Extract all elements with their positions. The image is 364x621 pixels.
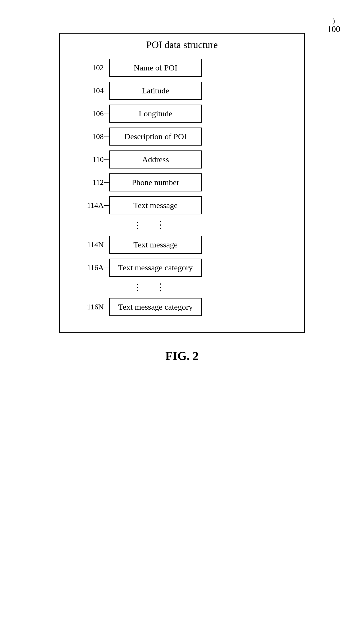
page-container: ) 100 POI data structure 102 Name of POI… <box>18 16 346 363</box>
field-text-message-114a: Text message <box>109 196 202 214</box>
label-108: 108 <box>71 132 104 141</box>
label-116n: 116N <box>71 303 104 311</box>
label-104: 104 <box>71 86 104 95</box>
field-longitude: Longitude <box>109 105 202 123</box>
dots-center-1: ⋮ <box>156 219 166 231</box>
label-102: 102 <box>71 63 104 72</box>
dots-center-2: ⋮ <box>156 282 166 293</box>
field-text-message-category-116a: Text message category <box>109 259 202 277</box>
dots-label-2: ⋮ <box>109 283 142 292</box>
label-110: 110 <box>71 155 104 164</box>
row-text-message-category-116a: 116A Text message category <box>71 259 293 277</box>
label-114n: 114N <box>71 240 104 249</box>
label-114a: 114A <box>71 201 104 210</box>
field-address: Address <box>109 150 202 168</box>
field-name-of-poi: Name of POI <box>109 59 202 77</box>
row-description-of-poi: 108 Description of POI <box>71 128 293 146</box>
dots-label-1: ⋮ <box>109 221 142 229</box>
dots-row-2: ⋮ ⋮ <box>71 282 293 293</box>
row-address: 110 Address <box>71 150 293 168</box>
row-text-message-category-116n: 116N Text message category <box>71 298 293 316</box>
field-text-message-114n: Text message <box>109 236 202 254</box>
dots-row-1: ⋮ ⋮ <box>71 219 293 231</box>
figure-100-label: ) 100 <box>327 16 340 34</box>
label-106: 106 <box>71 109 104 118</box>
outer-box-title: POI data structure <box>71 39 293 51</box>
field-description-of-poi: Description of POI <box>109 128 202 146</box>
figure-caption: FIG. 2 <box>165 349 199 363</box>
label-112: 112 <box>71 178 104 187</box>
row-phone-number: 112 Phone number <box>71 173 293 191</box>
row-text-message-114a: 114A Text message <box>71 196 293 214</box>
label-116a: 116A <box>71 263 104 272</box>
field-phone-number: Phone number <box>109 173 202 191</box>
row-longitude: 106 Longitude <box>71 105 293 123</box>
outer-box: POI data structure 102 Name of POI 104 L… <box>59 33 305 333</box>
row-latitude: 104 Latitude <box>71 82 293 100</box>
row-text-message-114n: 114N Text message <box>71 236 293 254</box>
field-latitude: Latitude <box>109 82 202 100</box>
field-text-message-category-116n: Text message category <box>109 298 202 316</box>
row-name-of-poi: 102 Name of POI <box>71 59 293 77</box>
